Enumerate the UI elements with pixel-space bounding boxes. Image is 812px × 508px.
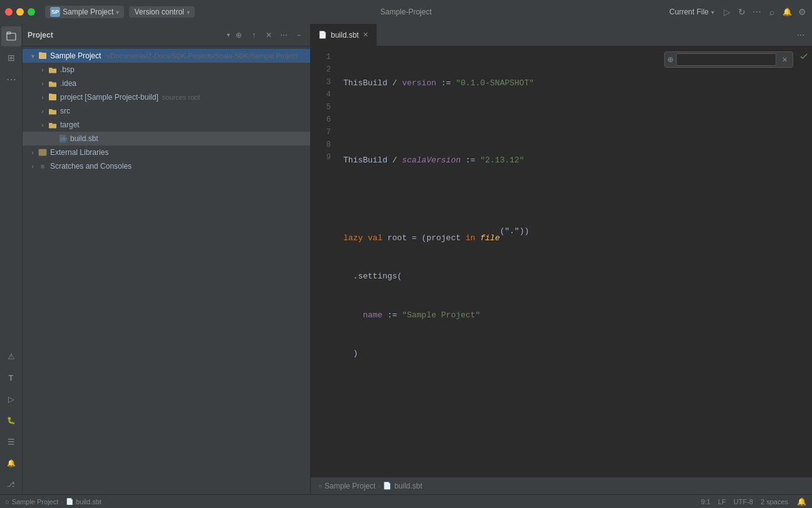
tree-item-src[interactable]: › src: [23, 104, 310, 118]
tree-chevron-scratches: ›: [28, 161, 38, 171]
tree-item-idea[interactable]: › .idea: [23, 77, 310, 90]
gutter-checkmark-icon: [799, 51, 808, 62]
scratches-icon: ≡: [38, 161, 48, 171]
activity-terminal-icon[interactable]: T: [1, 368, 21, 388]
activity-services-icon[interactable]: ☰: [1, 431, 21, 452]
activity-git-icon[interactable]: ⎇: [1, 474, 21, 494]
locate-file-button[interactable]: ⊕: [232, 29, 245, 41]
editor-tab-close-icon[interactable]: ✕: [363, 31, 368, 39]
update-icon[interactable]: ↻: [737, 7, 747, 17]
status-file-name[interactable]: build.sbt: [76, 498, 102, 505]
tree-chevron-idea: ›: [38, 78, 48, 88]
activity-problems-icon[interactable]: ⚠: [1, 346, 21, 366]
settings-icon[interactable]: ⚙: [797, 7, 807, 17]
minimize-button[interactable]: [16, 8, 24, 16]
tree-item-sample-project[interactable]: ▾ Sample Project ~/Documents/Z-Docs/SDK-…: [23, 49, 310, 63]
close-button[interactable]: [5, 8, 13, 16]
find-close-icon[interactable]: ✕: [779, 54, 790, 65]
editor-tab-label: build.sbt: [331, 31, 359, 40]
tree-label-build-sbt: build.sbt: [70, 134, 98, 143]
maximize-button[interactable]: [28, 8, 35, 16]
activity-more-icon[interactable]: ⋯: [1, 69, 21, 89]
svg-rect-5: [49, 93, 52, 95]
tree-label-project-build: project [Sample Project-build]: [60, 93, 159, 102]
module-icon-project-build: [48, 92, 58, 102]
tree-label-bsp: .bsp: [60, 65, 75, 74]
activity-debug-icon[interactable]: 🐛: [1, 410, 21, 430]
code-content[interactable]: ThisBuild / version := "0.1.0-SNAPSHOT" …: [336, 46, 812, 477]
main-area: ⊞ ⋯ ⚠ T ▷ 🐛 ☰ 🔔 ⎇ Project ▾ ⊕ ↑ ✕ ⋯ − ▾: [0, 24, 812, 494]
panel-actions: ⊕ ↑ ✕ ⋯ −: [232, 29, 305, 41]
vc-badge-label: Version control: [134, 8, 184, 16]
breadcrumb-file[interactable]: 📄 build.sbt: [383, 482, 422, 490]
tree-chevron-bsp: ›: [38, 65, 48, 75]
status-indent[interactable]: 2 spaces: [761, 498, 788, 505]
code-line-9: [343, 386, 804, 399]
breadcrumb-file-label: build.sbt: [394, 482, 422, 490]
panel-header: Project ▾ ⊕ ↑ ✕ ⋯ −: [23, 24, 310, 46]
search-icon[interactable]: ⌕: [767, 7, 777, 17]
activity-run-icon[interactable]: ▷: [1, 389, 21, 409]
tree-item-project-build[interactable]: › project [Sample Project-build] sources…: [23, 90, 310, 104]
tree-chevron-target: ›: [38, 120, 48, 130]
run-icon[interactable]: ▷: [722, 7, 732, 17]
version-control-badge[interactable]: Version control ▾: [129, 6, 194, 18]
editor-tab-actions: ⋯: [789, 24, 812, 46]
svg-text:sbt: sbt: [60, 137, 67, 142]
panel-gear-button[interactable]: ⋯: [278, 29, 290, 41]
breadcrumb-project-icon: ○: [318, 482, 322, 489]
status-left: ○ Sample Project › 📄 build.sbt: [5, 498, 102, 505]
tree-item-build-sbt[interactable]: sbt build.sbt: [23, 132, 310, 146]
tree-item-target[interactable]: › target: [23, 118, 310, 132]
project-badge[interactable]: SP Sample Project ▾: [45, 6, 124, 18]
status-line-ending[interactable]: LF: [718, 498, 726, 505]
activity-notifications-icon[interactable]: 🔔: [1, 453, 21, 473]
notifications-icon[interactable]: 🔔: [782, 7, 792, 17]
module-icon: [38, 51, 48, 61]
tree-item-external-libraries[interactable]: › External Libraries: [23, 146, 310, 159]
title-right-actions: Current File ▾ ▷ ↻ ⋯ ⌕ 🔔 ⚙: [669, 7, 807, 17]
activity-project-icon[interactable]: [1, 26, 21, 46]
folder-icon-src: [48, 106, 58, 116]
activity-bookmarks-icon[interactable]: ⊞: [1, 48, 21, 68]
tree-label-scratches: Scratches and Consoles: [50, 162, 132, 171]
tree-item-scratches[interactable]: › ≡ Scratches and Consoles: [23, 159, 310, 173]
status-bar: ○ Sample Project › 📄 build.sbt 9:1 LF UT…: [0, 494, 812, 508]
line-number-7: 7: [311, 127, 336, 139]
svg-rect-3: [39, 52, 42, 54]
project-icon: SP: [50, 7, 60, 17]
find-bar[interactable]: ⊕ ✕: [664, 51, 793, 68]
close-panel-button[interactable]: ✕: [263, 29, 275, 41]
editor-tab-spacer: [377, 24, 789, 46]
breadcrumb-project[interactable]: ○ Sample Project: [318, 482, 375, 490]
project-chevron-icon: ▾: [116, 9, 119, 16]
code-line-8: ): [343, 348, 804, 361]
external-libraries-icon: [38, 147, 48, 157]
code-line-2: [343, 116, 804, 129]
status-position[interactable]: 9:1: [701, 498, 710, 505]
line-number-3: 3: [311, 77, 336, 89]
breadcrumb-file-icon: 📄: [383, 482, 392, 490]
tree-item-bsp[interactable]: › .bsp: [23, 63, 310, 77]
code-line-4: [343, 193, 804, 206]
status-project-icon: ○: [5, 498, 9, 505]
project-badge-label: Sample Project: [63, 8, 113, 16]
panel-title-chevron: ▾: [227, 31, 230, 38]
find-input[interactable]: [676, 53, 776, 66]
editor-tab-more-icon[interactable]: ⋯: [794, 29, 807, 41]
status-notifications-icon[interactable]: 🔔: [796, 496, 807, 507]
current-file-button[interactable]: Current File ▾: [669, 8, 714, 16]
status-encoding[interactable]: UTF-8: [734, 498, 753, 505]
tree-chevron-src: ›: [38, 106, 48, 116]
file-sbt-icon: sbt: [58, 134, 68, 144]
line-number-2: 2: [311, 64, 336, 77]
panel-minimize-button[interactable]: −: [293, 29, 305, 41]
tree-secondary-sample-project: ~/Documents/Z-Docs/SDK-Projects/Scala-SD…: [105, 52, 297, 60]
status-project-name[interactable]: Sample Project: [12, 498, 59, 505]
tree-label-src: src: [60, 107, 70, 115]
more-actions-icon[interactable]: ⋯: [752, 7, 762, 17]
code-editor[interactable]: 1 2 3 4 5 6 7 8 9 ThisBuild / version :=…: [311, 46, 812, 477]
breadcrumb-bar: ○ Sample Project › 📄 build.sbt: [311, 477, 812, 494]
collapse-all-button[interactable]: ↑: [247, 29, 260, 41]
editor-tab-build-sbt[interactable]: 📄 build.sbt ✕: [311, 24, 377, 46]
